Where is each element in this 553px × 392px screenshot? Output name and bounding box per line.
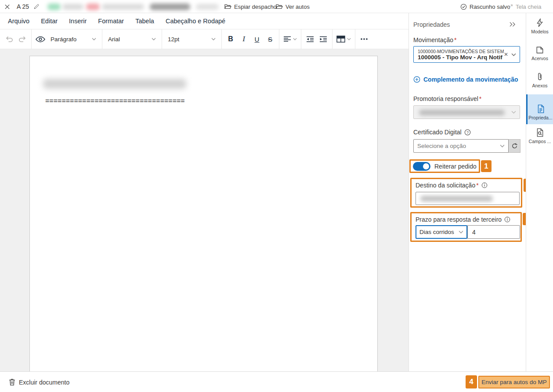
reiterar-pedido-toggle[interactable] <box>413 162 430 171</box>
toolbar-separator <box>221 29 222 49</box>
chevron-down-icon <box>92 38 96 40</box>
check-circle-icon <box>460 4 467 10</box>
refresh-icon <box>511 143 518 149</box>
chevron-down-icon <box>293 38 297 40</box>
menu-tabela[interactable]: Tabela <box>135 18 154 25</box>
footer-bar: Excluir documento 4 Enviar para autos do… <box>0 371 553 392</box>
folder-open-icon <box>276 4 283 10</box>
align-left-icon <box>283 36 291 42</box>
chevron-down-icon <box>511 111 516 114</box>
complemento-movimentacao-link[interactable]: Complemento da movimentação <box>413 76 518 83</box>
ver-autos-button[interactable]: Ver autos <box>276 0 310 13</box>
chevron-down-icon <box>459 230 463 234</box>
redacted-destino-value <box>420 196 493 201</box>
movimentacao-value-line1: 1000000-MOVIMENTAÇÕES DE SISTEMA <box>418 49 503 54</box>
rail-tab-anexos[interactable]: Anexos <box>526 72 553 88</box>
annotation-badge-1: 1 <box>481 160 492 172</box>
promotoria-label: Promotoria responsável* <box>413 95 481 102</box>
paperclip-icon <box>537 72 543 81</box>
annotation-box-3: Prazo para resposta de terceiro Dias cor… <box>410 212 522 242</box>
annotation-box-2: Destino da solicitação* <box>410 178 522 208</box>
required-asterisk: * <box>479 95 481 102</box>
redo-button[interactable] <box>16 32 29 47</box>
excluir-documento-label: Excluir documento <box>19 379 69 386</box>
prazo-label: Prazo para resposta de terceiro <box>416 216 510 223</box>
prazo-value-input[interactable] <box>467 225 520 239</box>
menu-formatar[interactable]: Formatar <box>98 18 124 25</box>
toolbar-separator <box>332 29 333 49</box>
rail-tab-campos[interactable]: Campos ... <box>526 128 553 144</box>
trash-icon <box>9 378 15 386</box>
redo-icon <box>18 36 27 43</box>
eye-icon <box>36 36 45 43</box>
fullscreen-button[interactable]: Tela cheia <box>507 0 542 13</box>
strikethrough-button[interactable]: S <box>264 32 277 47</box>
pencil-icon <box>33 4 40 10</box>
promotoria-select-disabled <box>413 105 520 119</box>
destino-label: Destino da solicitação* <box>416 182 488 189</box>
more-options-button[interactable] <box>358 32 371 47</box>
align-dropdown[interactable] <box>282 32 299 47</box>
preview-button[interactable] <box>34 32 47 47</box>
chevron-down-icon <box>500 144 505 147</box>
redacted-text <box>196 4 219 10</box>
table-dropdown[interactable] <box>335 32 353 47</box>
font-family-dropdown[interactable]: Arial <box>105 32 159 47</box>
annotation-badge-4: 4 <box>466 375 477 388</box>
movimentacao-combobox[interactable]: 1000000-MOVIMENTAÇÕES DE SISTEMA 1000005… <box>413 46 520 63</box>
redacted-chip-green <box>47 4 61 10</box>
refresh-certificados-button[interactable] <box>509 139 520 153</box>
movimentacao-label: Movimentação* <box>413 36 457 43</box>
editor-menu-bar: Arquivo Editar Inserir Formatar Tabela C… <box>0 13 408 29</box>
espiar-despacho-button[interactable]: Espiar despacho <box>224 0 277 13</box>
redacted-text <box>102 4 144 10</box>
close-button[interactable] <box>4 0 10 13</box>
enviar-para-autos-button[interactable]: Enviar para autos do MP <box>478 376 550 388</box>
clear-icon[interactable]: ✕ <box>504 51 508 58</box>
underline-button[interactable]: U <box>250 32 264 47</box>
info-icon[interactable] <box>504 216 510 223</box>
rail-tab-acervos[interactable]: Acervos <box>526 46 553 61</box>
undo-button[interactable] <box>3 32 16 47</box>
edit-title-button[interactable] <box>33 0 40 13</box>
certificado-select[interactable]: Selecione a opção <box>413 139 509 153</box>
collapse-panel-button[interactable] <box>509 22 516 27</box>
lightning-icon <box>536 18 544 27</box>
font-size-dropdown[interactable]: 12pt <box>164 32 219 47</box>
chevron-down-icon <box>152 38 156 40</box>
draft-saved-status: Rascunho salvo <box>460 0 510 13</box>
menu-arquivo[interactable]: Arquivo <box>8 18 29 25</box>
required-asterisk: * <box>476 182 478 189</box>
help-icon[interactable]: ? <box>464 129 471 136</box>
indent-button[interactable] <box>317 32 330 47</box>
rail-tab-modelos[interactable]: Modelos <box>526 18 553 34</box>
editor-toolbar: Parágrafo Arial 12pt B I U S <box>0 29 408 49</box>
document-editor-app: A 25 Espiar despacho Ver autos Rascunho … <box>0 0 553 392</box>
chevron-down-icon <box>347 38 351 40</box>
outdent-button[interactable] <box>304 32 317 47</box>
chevron-down-icon <box>211 38 216 40</box>
bold-button[interactable]: B <box>224 32 237 47</box>
properties-panel-title: Propriedades <box>413 21 450 28</box>
redacted-text <box>62 4 83 10</box>
document-page[interactable]: ================================== <box>29 56 378 371</box>
info-icon[interactable] <box>481 182 488 188</box>
excluir-documento-button[interactable]: Excluir documento <box>9 372 69 392</box>
destino-input[interactable] <box>416 192 520 205</box>
indent-icon <box>319 36 327 43</box>
svg-text:?: ? <box>466 130 469 134</box>
menu-cabecalho-rodape[interactable]: Cabeçalho e Rodapé <box>166 18 225 25</box>
block-format-dropdown[interactable]: Parágrafo <box>47 32 100 47</box>
toolbar-separator <box>301 29 301 49</box>
ellipsis-icon <box>360 38 368 40</box>
chevron-down-icon[interactable] <box>511 53 516 56</box>
prazo-unit-select[interactable]: Dias corridos <box>416 225 467 239</box>
toolbar-separator <box>102 29 102 49</box>
menu-inserir[interactable]: Inserir <box>69 18 87 25</box>
redacted-text-dark <box>150 4 190 10</box>
italic-button[interactable]: I <box>237 32 250 47</box>
required-asterisk: * <box>454 36 456 43</box>
rail-tab-propriedades[interactable]: Proprieda... <box>526 94 553 124</box>
menu-editar[interactable]: Editar <box>41 18 58 25</box>
font-family-value: Arial <box>108 36 120 43</box>
